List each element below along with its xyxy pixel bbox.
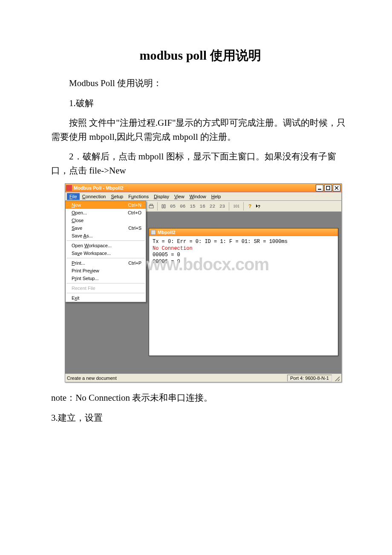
svg-text:?: ? xyxy=(258,205,260,209)
statusbar-port: Port 4: 9600-8-N-1 xyxy=(287,375,332,382)
toolbar-code-05[interactable]: 05 xyxy=(168,203,177,210)
toolbar-code-16[interactable]: 16 xyxy=(198,203,207,210)
main-body: 05 06 15 16 22 23 101 ? ? NewCtrl+NOpen.… xyxy=(65,201,341,373)
toolbar-code-22[interactable]: 22 xyxy=(208,203,217,210)
menu-item-print-setup[interactable]: Print Setup... xyxy=(66,275,146,282)
svg-text:?: ? xyxy=(248,204,251,209)
child-status-line: Tx = 0: Err = 0: ID = 1: F = 01: SR = 10… xyxy=(153,239,334,246)
print-icon[interactable] xyxy=(147,202,156,211)
para-step3: 3.建立，设置 xyxy=(51,411,349,425)
menu-setup[interactable]: Setup xyxy=(108,193,126,200)
child-icon xyxy=(151,230,156,235)
toolbar-code-15[interactable]: 15 xyxy=(188,203,197,210)
menu-item-print[interactable]: Print...Ctrl+P xyxy=(66,259,146,267)
menu-item-close[interactable]: Close xyxy=(66,217,146,224)
file-menu-dropdown: NewCtrl+NOpen...Ctrl+OCloseSaveCtrl+SSav… xyxy=(65,201,146,302)
toolbar-code-06[interactable]: 06 xyxy=(178,203,187,210)
menu-help[interactable]: Help xyxy=(209,193,224,200)
menu-item-open[interactable]: Open...Ctrl+O xyxy=(66,209,146,217)
toolbar-code-23[interactable]: 23 xyxy=(218,203,227,210)
menu-separator xyxy=(66,283,145,283)
menu-connection[interactable]: Connection xyxy=(80,193,109,200)
toolbar-tag-101[interactable]: 101 xyxy=(231,203,241,209)
statusbar: Create a new document Port 4: 9600-8-N-1 xyxy=(65,373,341,382)
whatsthis-icon[interactable]: ? xyxy=(254,202,262,211)
help-icon[interactable]: ? xyxy=(245,202,254,211)
tool-icon[interactable] xyxy=(159,202,168,211)
menu-item-save-workspace[interactable]: Save Workspace... xyxy=(66,249,146,257)
close-button[interactable] xyxy=(333,185,340,191)
menu-display[interactable]: Display xyxy=(151,193,172,200)
para-step1-desc: 按照 文件中"注册过程.GIF"显示的方式即可完成注册。调试的时候，只需要使用 … xyxy=(51,116,349,144)
para-note: note：No Connection 表示未和串口连接。 xyxy=(51,391,349,405)
window-title: Modbus Poll - Mbpoll2 xyxy=(74,185,316,191)
register-row-2: 00006 = 0 xyxy=(153,259,334,266)
maximize-button[interactable] xyxy=(324,185,332,191)
svg-rect-1 xyxy=(326,186,330,190)
doc-title: modbus poll 使用说明 xyxy=(51,47,349,64)
svg-rect-0 xyxy=(318,189,321,190)
child-titlebar: Mbpoll2 xyxy=(149,228,338,236)
menu-separator xyxy=(66,258,145,258)
menu-item-new[interactable]: NewCtrl+N xyxy=(66,201,146,209)
para-step2: 2．破解后，点击 mbpoll 图标，显示下面主窗口。如果没有没有子窗口，点击 … xyxy=(51,150,349,177)
child-body: Tx = 0: Err = 0: ID = 1: F = 01: SR = 10… xyxy=(149,236,338,268)
menu-view[interactable]: View xyxy=(172,193,187,200)
window-titlebar: Modbus Poll - Mbpoll2 xyxy=(65,184,341,192)
app-icon xyxy=(66,185,72,191)
register-row-1: 00005 = 0 xyxy=(153,252,334,259)
no-connection-text: No Connection xyxy=(153,246,334,252)
svg-rect-3 xyxy=(150,204,153,205)
menu-separator xyxy=(66,240,145,241)
menu-item-recent-file: Recent File xyxy=(66,284,146,292)
child-title: Mbpoll2 xyxy=(158,230,176,235)
menubar: File Connection Setup Functions Display … xyxy=(65,192,341,201)
statusbar-message: Create a new document xyxy=(67,376,287,381)
app-window: Modbus Poll - Mbpoll2 File Connection Se… xyxy=(65,183,342,382)
para-step1: 1.破解 xyxy=(51,96,349,110)
child-window: Mbpoll2 Tx = 0: Err = 0: ID = 1: F = 01:… xyxy=(149,228,338,356)
menu-item-save-as[interactable]: Save As... xyxy=(66,232,146,240)
menu-item-print-preview[interactable]: Print Preview xyxy=(66,267,146,275)
menu-window[interactable]: Window xyxy=(187,193,209,200)
menu-item-exit[interactable]: Exit xyxy=(66,294,146,302)
menu-file[interactable]: File xyxy=(67,193,80,200)
menu-functions[interactable]: Functions xyxy=(126,193,151,200)
menu-item-save[interactable]: SaveCtrl+S xyxy=(66,224,146,232)
menu-separator xyxy=(66,293,145,293)
menu-item-open-workspace[interactable]: Open Workspace... xyxy=(66,242,146,249)
svg-rect-2 xyxy=(149,205,153,208)
minimize-button[interactable] xyxy=(316,185,323,191)
para-intro: Modbus Poll 使用说明： xyxy=(51,76,349,90)
resize-grip[interactable] xyxy=(334,375,340,381)
